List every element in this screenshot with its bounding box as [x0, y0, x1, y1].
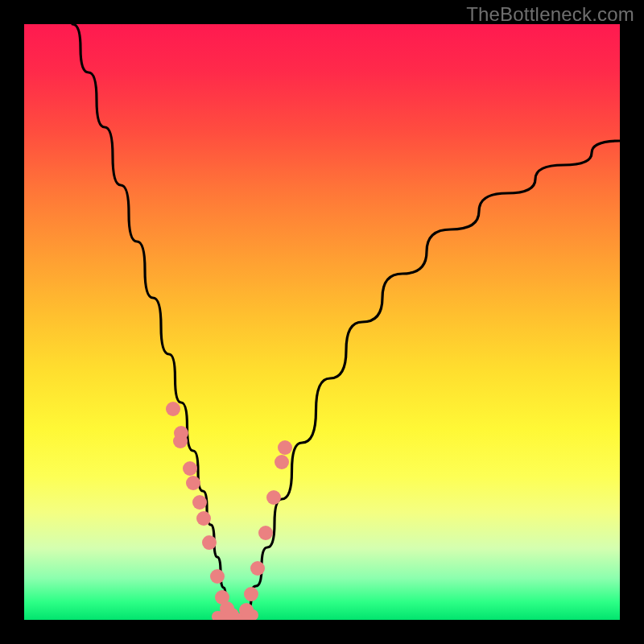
watermark-text: TheBottleneck.com [466, 3, 634, 26]
marker-right-markers [278, 440, 292, 455]
chart-stage: TheBottleneck.com [0, 0, 644, 644]
marker-left-markers [210, 569, 225, 584]
marker-right-markers [266, 490, 281, 505]
marker-right-markers [244, 587, 258, 601]
marker-right-markers [275, 455, 289, 469]
marker-right-markers [250, 561, 265, 576]
marker-right-markers [239, 603, 254, 617]
plot-area [24, 24, 620, 620]
marker-left-markers [202, 535, 217, 550]
chart-svg [24, 24, 620, 620]
marker-right-markers [258, 526, 273, 540]
marker-left-markers [186, 476, 200, 490]
marker-left-markers [183, 461, 197, 476]
series-left-curve [72, 24, 233, 618]
series-right-curve [240, 141, 620, 618]
marker-left-markers [166, 402, 180, 416]
marker-left-markers [192, 495, 207, 510]
marker-left-markers [196, 511, 211, 526]
marker-left-markers [173, 434, 188, 448]
